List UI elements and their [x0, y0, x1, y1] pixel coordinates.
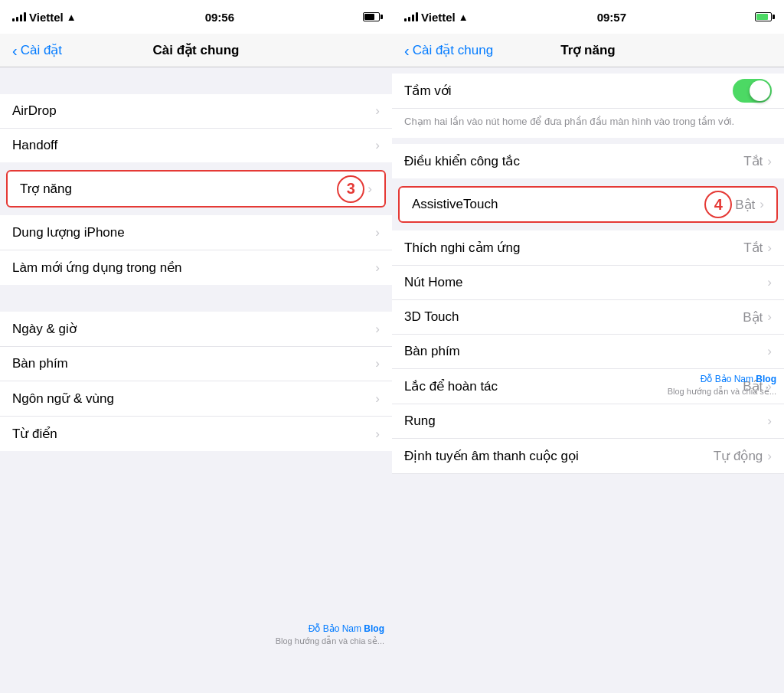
- lam-moi-chevron-icon: ›: [375, 260, 380, 276]
- nut-home-chevron-icon: ›: [767, 275, 772, 290]
- rung-item[interactable]: Rung ›: [392, 404, 784, 439]
- right-back-label: Cài đặt chung: [413, 42, 493, 58]
- left-group-1: AirDrop › Handoff ›: [0, 94, 392, 162]
- dieu-khien-label: Điều khiển công tắc: [404, 144, 743, 178]
- ban-phim-left-item[interactable]: Bàn phím ›: [0, 347, 392, 381]
- back-label: Cài đặt: [21, 42, 62, 58]
- left-nav-title: Cài đặt chung: [153, 42, 240, 58]
- badge-4: 4: [704, 191, 732, 218]
- right-battery-icon: [755, 12, 772, 21]
- tam-voi-item[interactable]: Tầm với: [392, 74, 784, 109]
- right-signal-icon: [404, 12, 418, 21]
- carrier-label: Viettel: [29, 11, 64, 24]
- toggle-knob: [750, 80, 770, 101]
- handoff-item[interactable]: Handoff ›: [0, 129, 392, 162]
- left-status-bar: Viettel ▲ 09:56: [0, 0, 392, 34]
- section-gap-4: [0, 285, 392, 312]
- dinh-tuyen-label: Định tuyến âm thanh cuộc gọi: [404, 439, 714, 473]
- right-nav-title: Trợ năng: [560, 42, 615, 58]
- tam-voi-toggle[interactable]: [733, 79, 772, 103]
- ban-phim-left-label: Bàn phím: [12, 347, 375, 381]
- nut-home-label: Nút Home: [404, 266, 767, 299]
- lac-de-value: Bật: [743, 378, 763, 394]
- 3d-touch-item[interactable]: 3D Touch Bật ›: [392, 300, 784, 335]
- tu-dien-item[interactable]: Từ điển ›: [0, 417, 392, 451]
- dung-luong-item[interactable]: Dung lượng iPhone ›: [0, 215, 392, 250]
- signal-icon: [12, 12, 26, 21]
- right-gap-3: [392, 178, 784, 185]
- right-status-bar: Viettel ▲ 09:57: [392, 0, 784, 34]
- ngon-ngu-item[interactable]: Ngôn ngữ & vùng ›: [0, 381, 392, 417]
- section-gap-3: [0, 209, 392, 215]
- right-back-button[interactable]: ‹ Cài đặt chung: [404, 42, 493, 58]
- tro-nang-chevron-icon: ›: [368, 181, 372, 197]
- left-status-right: [363, 12, 380, 21]
- right-status-right: [755, 12, 772, 21]
- ngay-gio-chevron-icon: ›: [375, 322, 380, 337]
- dung-luong-label: Dung lượng iPhone: [12, 215, 375, 250]
- left-group-3: Ngày & giờ › Bàn phím › Ngôn ngữ & vùng …: [0, 312, 392, 451]
- right-status-left: Viettel ▲: [404, 11, 469, 24]
- rung-label: Rung: [404, 404, 767, 438]
- 3d-touch-value: Bật: [743, 309, 763, 325]
- right-time: 09:57: [597, 11, 626, 24]
- ban-phim-right-item[interactable]: Bàn phím ›: [392, 335, 784, 369]
- dieu-khien-item[interactable]: Điều khiển công tắc Tắt ›: [392, 144, 784, 178]
- tam-voi-label: Tầm với: [404, 74, 733, 108]
- left-watermark-name: Đỗ Bảo Nam Blog: [276, 623, 384, 636]
- right-wifi-icon: ▲: [459, 11, 469, 23]
- handoff-label: Handoff: [12, 129, 375, 162]
- rung-chevron-icon: ›: [767, 414, 772, 429]
- tro-nang-label: Trợ năng: [20, 172, 337, 206]
- right-group-1: Điều khiển công tắc Tắt ›: [392, 144, 784, 178]
- lam-moi-item[interactable]: Làm mới ứng dụng trong nền ›: [0, 250, 392, 285]
- left-nav-bar: ‹ Cài đặt Cài đặt chung: [0, 34, 392, 67]
- ban-phim-left-chevron-icon: ›: [375, 356, 380, 371]
- ngay-gio-item[interactable]: Ngày & giờ ›: [0, 312, 392, 347]
- ban-phim-right-label: Bàn phím: [404, 335, 767, 368]
- left-panel-content: AirDrop › Handoff › Trợ năng 3 › Dung lư…: [0, 67, 392, 693]
- assistive-touch-label: AssistiveTouch: [412, 188, 704, 221]
- battery-icon: [363, 12, 380, 21]
- right-gap-1: [392, 67, 784, 74]
- airdrop-item[interactable]: AirDrop ›: [0, 94, 392, 129]
- nut-home-item[interactable]: Nút Home ›: [392, 266, 784, 300]
- dinh-tuyen-value: Tự động: [714, 448, 763, 464]
- dinh-tuyen-item[interactable]: Định tuyến âm thanh cuộc gọi Tự động ›: [392, 439, 784, 474]
- thich-nghi-item[interactable]: Thích nghi cảm ứng Tắt ›: [392, 230, 784, 266]
- lac-de-item[interactable]: Lắc để hoàn tác Bật ›: [392, 369, 784, 404]
- left-group-2: Dung lượng iPhone › Làm mới ứng dụng tro…: [0, 215, 392, 285]
- thich-nghi-chevron-icon: ›: [767, 240, 772, 256]
- right-nav-bar: ‹ Cài đặt chung Trợ năng: [392, 34, 784, 67]
- left-status-left: Viettel ▲: [12, 11, 77, 24]
- tro-nang-item[interactable]: Trợ năng 3 ›: [6, 170, 386, 208]
- tu-dien-label: Từ điển: [12, 417, 375, 451]
- left-back-button[interactable]: ‹ Cài đặt: [12, 42, 62, 58]
- dinh-tuyen-chevron-icon: ›: [767, 449, 772, 464]
- right-gap-4: [392, 224, 784, 230]
- assistive-touch-chevron-icon: ›: [760, 197, 764, 212]
- dieu-khien-value: Tắt: [743, 153, 763, 169]
- section-gap-1: [0, 67, 392, 94]
- tu-dien-chevron-icon: ›: [375, 427, 380, 442]
- right-carrier-label: Viettel: [421, 11, 456, 24]
- assistive-touch-item[interactable]: AssistiveTouch 4 Bật ›: [398, 186, 778, 223]
- lac-de-chevron-icon: ›: [767, 379, 772, 394]
- right-reach-group: Tầm với Chạm hai lần vào nút home để đưa…: [392, 74, 784, 138]
- tam-voi-description: Chạm hai lần vào nút home để đưa phần đầ…: [392, 109, 784, 138]
- ngay-gio-label: Ngày & giờ: [12, 312, 375, 346]
- section-gap-2: [0, 162, 392, 168]
- dung-luong-chevron-icon: ›: [375, 225, 380, 240]
- ban-phim-right-chevron-icon: ›: [767, 344, 772, 359]
- back-chevron-icon: ‹: [12, 43, 18, 58]
- wifi-icon: ▲: [67, 11, 77, 23]
- ngon-ngu-label: Ngôn ngữ & vùng: [12, 381, 375, 416]
- airdrop-chevron-icon: ›: [375, 103, 380, 119]
- right-phone-panel: Viettel ▲ 09:57 ‹ Cài đặt chung Trợ năng…: [392, 0, 784, 693]
- assistive-touch-value: Bật: [735, 197, 755, 213]
- thich-nghi-value: Tắt: [743, 240, 763, 256]
- right-back-chevron-icon: ‹: [404, 43, 410, 58]
- 3d-touch-label: 3D Touch: [404, 300, 743, 334]
- thich-nghi-label: Thích nghi cảm ứng: [404, 230, 743, 265]
- airdrop-label: AirDrop: [12, 94, 375, 128]
